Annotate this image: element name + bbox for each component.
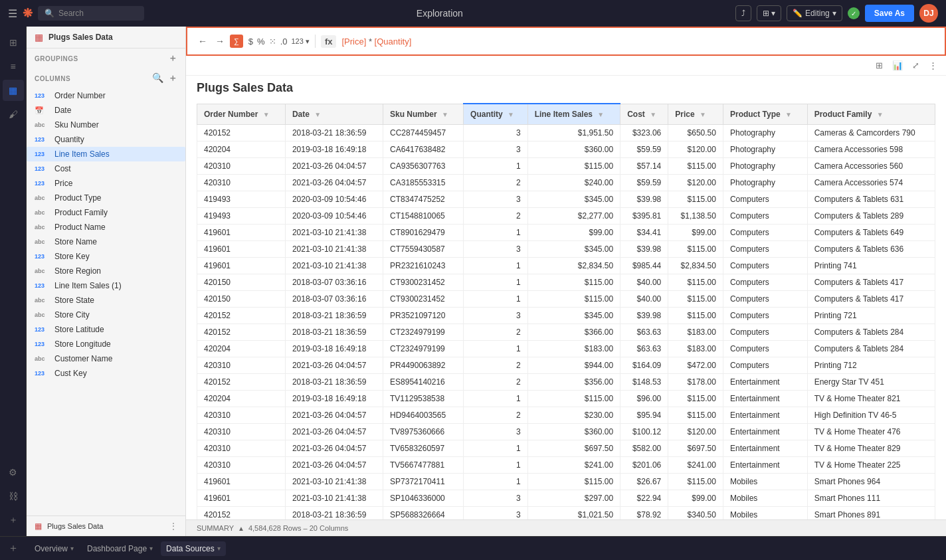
table-cell-product_family: TV & Home Theater 225	[807, 457, 935, 474]
table-cell-date: 2020-03-09 10:54:46	[285, 191, 383, 208]
field-item[interactable]: 123Line Item Sales	[27, 147, 185, 161]
table-cell-product_type: Mobiles	[723, 490, 807, 507]
data-source-more-button[interactable]: ⋮	[169, 521, 177, 531]
dollar-icon[interactable]: $	[248, 37, 253, 47]
field-item[interactable]: 123Quantity	[27, 132, 185, 147]
summary-toggle[interactable]: ▲	[238, 525, 244, 532]
decimal-icon[interactable]: .0	[280, 37, 288, 47]
table-cell-cost: $39.98	[620, 241, 668, 258]
page-title: Exploration	[151, 8, 729, 19]
sidebar-icon-settings[interactable]: ⚙	[3, 462, 24, 483]
number-format-icon[interactable]: 123 ▾	[291, 37, 309, 46]
expand-button[interactable]: ⤢	[909, 58, 923, 72]
share-button[interactable]: ⤴	[735, 5, 751, 21]
undo-button[interactable]: ←	[195, 35, 210, 48]
editing-button[interactable]: ✏️ Editing ▾	[787, 5, 842, 21]
table-cell-qty: 1	[464, 258, 528, 274]
top-bar-left: ☰ ❋ 🔍 Search	[8, 6, 144, 21]
formula-type-button[interactable]: ∑	[230, 35, 243, 48]
field-item[interactable]: 123Order Number	[27, 88, 185, 103]
field-item[interactable]: abcStore City	[27, 308, 185, 322]
table-cell-cost: $40.00	[620, 291, 668, 308]
sidebar-icon-add[interactable]: ＋	[3, 510, 24, 531]
field-item[interactable]: abcProduct Family	[27, 205, 185, 220]
table-cell-order_number: 420310	[197, 175, 286, 191]
table-header-price[interactable]: Price ▼	[668, 104, 723, 125]
table-header-product_family[interactable]: Product Family ▼	[807, 104, 935, 125]
bottom-bar: ＋ Overview ▾Dashboard Page ▾Data Sources…	[0, 536, 946, 560]
sidebar-icon-brush[interactable]: 🖌	[3, 104, 24, 125]
field-item[interactable]: 📅Date	[27, 103, 185, 118]
field-item[interactable]: 123Store Key	[27, 249, 185, 264]
table-row: 4203102021-03-26 04:04:57CA93563077631$1…	[197, 158, 935, 175]
table-cell-cost: $22.94	[620, 490, 668, 507]
redo-button[interactable]: →	[213, 35, 227, 48]
table-header-product_type[interactable]: Product Type ▼	[723, 104, 807, 125]
field-item[interactable]: abcStore Region	[27, 264, 185, 278]
view-options-button[interactable]: ⊞ ▾	[757, 5, 781, 21]
field-item[interactable]: 123Store Longitude	[27, 337, 185, 351]
table-cell-order_number: 420152	[197, 125, 286, 141]
table-cell-line_item_sales: $240.00	[527, 175, 620, 191]
field-item[interactable]: 123Price	[27, 176, 185, 191]
groupings-add-button[interactable]: ＋	[168, 52, 178, 64]
table-cell-cost: $201.06	[620, 457, 668, 474]
bottom-tab-dashboard-page[interactable]: Dashboard Page ▾	[82, 541, 158, 556]
field-item[interactable]: 123Cost	[27, 161, 185, 176]
field-name-label: Sku Number	[54, 120, 99, 130]
field-item[interactable]: abcStore State	[27, 293, 185, 308]
table-cell-line_item_sales: $241.00	[527, 457, 620, 474]
field-name-label: Product Family	[54, 208, 108, 217]
table-header-cost[interactable]: Cost ▼	[620, 104, 668, 125]
table-cell-product_family: Printing 741	[807, 258, 935, 274]
table-cell-price: $2,834.50	[668, 258, 723, 274]
field-item[interactable]: abcSku Number	[27, 118, 185, 132]
chart-button[interactable]: 📊	[889, 58, 906, 72]
columns-add-button[interactable]: ＋	[168, 72, 178, 84]
bottom-tab-data-sources[interactable]: Data Sources ▾	[161, 541, 226, 556]
formula-expression[interactable]: [Price] * [Quantity]	[341, 37, 937, 47]
save-as-button[interactable]: Save As	[865, 5, 914, 22]
table-cell-sku: CT7559430587	[383, 241, 464, 258]
table-cell-sku: CA6417638482	[383, 141, 464, 158]
sidebar-icon-table[interactable]: ▦	[3, 80, 24, 101]
table-cell-order_number: 420310	[197, 424, 286, 440]
field-item[interactable]: abcProduct Name	[27, 220, 185, 234]
table-header-date[interactable]: Date ▼	[285, 104, 383, 125]
tab-arrow: ▾	[149, 545, 153, 552]
grid-view-button[interactable]: ⊞	[872, 58, 886, 72]
table-cell-order_number: 420152	[197, 324, 286, 341]
formula-quantity-part: [Quantity]	[375, 37, 412, 47]
field-item[interactable]: 123Cust Key	[27, 366, 185, 381]
percent-icon[interactable]: %	[257, 37, 265, 47]
add-tab-button[interactable]: ＋	[8, 541, 19, 555]
field-item[interactable]: abcStore Name	[27, 234, 185, 249]
table-cell-order_number: 420310	[197, 457, 286, 474]
hamburger-icon[interactable]: ☰	[8, 7, 17, 20]
table-header-sku[interactable]: Sku Number ▼	[383, 104, 464, 125]
more-options-button[interactable]: ⋮	[925, 58, 941, 72]
table-cell-product_family: TV & Home Theater 476	[807, 424, 935, 440]
field-item[interactable]: abcProduct Type	[27, 191, 185, 205]
field-type-label: abc	[35, 355, 50, 362]
sidebar-icon-connection[interactable]: ⛓	[3, 486, 24, 507]
field-item[interactable]: abcCustomer Name	[27, 351, 185, 366]
bottom-tab-overview[interactable]: Overview ▾	[29, 541, 79, 556]
table-cell-product_type: Entertainment	[723, 440, 807, 457]
field-item[interactable]: 123Line Item Sales (1)	[27, 278, 185, 293]
field-name-label: Line Item Sales (1)	[54, 281, 122, 290]
table-cell-product_type: Computers	[723, 191, 807, 208]
table-header-order_number[interactable]: Order Number ▼	[197, 104, 286, 125]
field-item[interactable]: 123Store Latitude	[27, 322, 185, 337]
sidebar-icon-menu[interactable]: ≡	[3, 56, 24, 77]
search-bar[interactable]: 🔍 Search	[38, 6, 144, 21]
table-header-qty[interactable]: Quantity ▼	[464, 104, 528, 125]
columns-search-button[interactable]: 🔍	[152, 72, 164, 84]
table-header-line_item_sales[interactable]: Line Item Sales ▼	[527, 104, 620, 125]
table-cell-product_type: Computers	[723, 225, 807, 241]
table-cell-product_type: Computers	[723, 341, 807, 357]
separator-icon[interactable]: ⁙	[269, 37, 276, 47]
table-cell-line_item_sales: $115.00	[527, 291, 620, 308]
sidebar-icon-grid[interactable]: ⊞	[3, 32, 24, 53]
table-cell-qty: 2	[464, 374, 528, 391]
